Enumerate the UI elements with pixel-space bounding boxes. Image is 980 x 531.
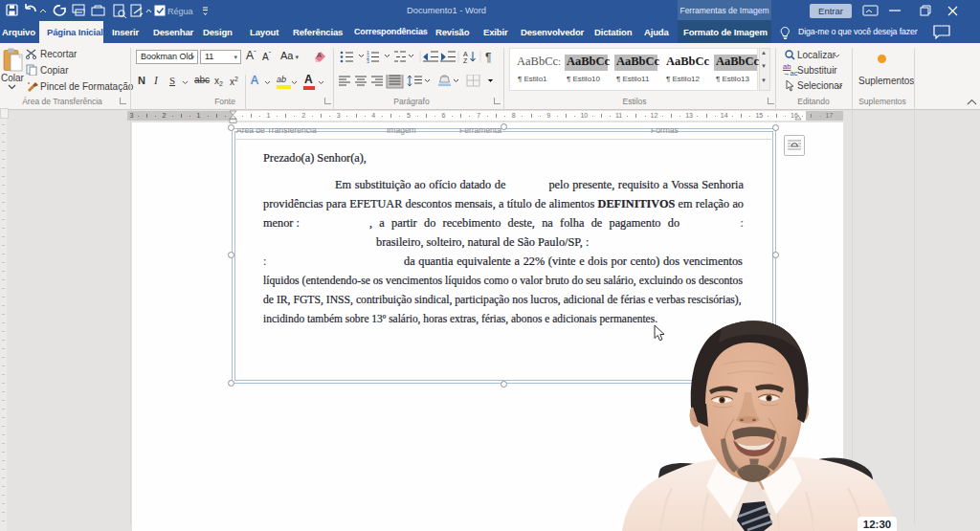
svg-text:Régua: Régua [167, 7, 193, 16]
svg-text:A: A [463, 51, 468, 57]
svg-text:Z: Z [463, 57, 468, 63]
svg-text:¶: ¶ [485, 51, 491, 63]
svg-text:3: 3 [367, 58, 369, 63]
svg-text:A: A [317, 52, 322, 58]
